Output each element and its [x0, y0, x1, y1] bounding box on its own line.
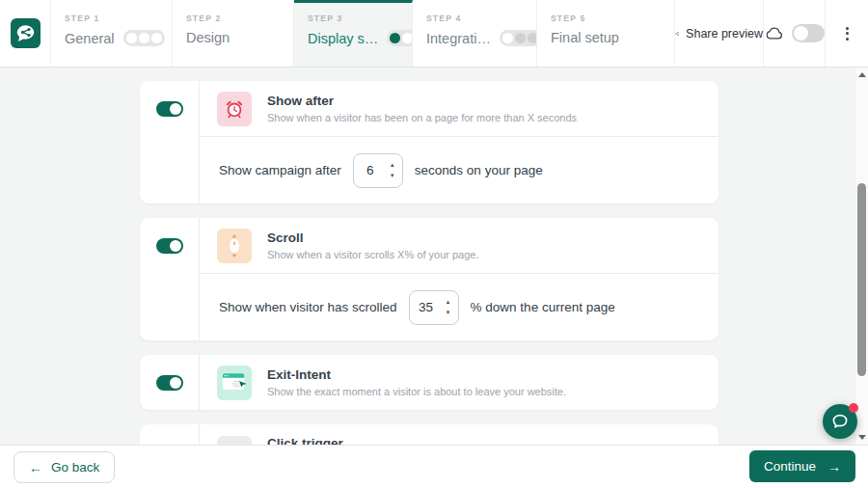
- app-logo[interactable]: [0, 0, 51, 67]
- progress-dot: [390, 33, 400, 43]
- toggle-column: [140, 424, 200, 445]
- setting-prefix: Show when visitor has scrolled: [219, 300, 397, 314]
- wizard-footer: ← Go back Continue →: [0, 445, 868, 488]
- getsitecontrol-logo-icon: [11, 18, 41, 48]
- chat-bubble-icon: [829, 411, 851, 432]
- tab-name: Design: [186, 30, 230, 45]
- display-settings-panel: Show after Show when a visitor has been …: [0, 68, 868, 445]
- trigger-title: Exit-Intent: [267, 367, 566, 382]
- campaign-editor-window: STEP 1 General STEP 2 Design STEP 3 Disp…: [0, 0, 868, 488]
- continue-label: Continue: [764, 459, 816, 474]
- step-progress: [123, 30, 165, 46]
- cloud-sync-section: [764, 0, 826, 67]
- trigger-description: Show when a visitor scrolls X% of your p…: [267, 249, 479, 260]
- tab-name: Display s…: [308, 31, 378, 46]
- wizard-header: STEP 1 General STEP 2 Design STEP 3 Disp…: [0, 0, 868, 68]
- step-number-label: STEP 5: [551, 14, 674, 23]
- cloud-icon: [765, 26, 784, 41]
- progress-dot: [515, 33, 526, 43]
- toggle-knob: [170, 240, 181, 252]
- toggle-knob: [170, 377, 181, 389]
- toggle-knob: [794, 26, 808, 41]
- share-nodes-icon: [675, 26, 679, 41]
- tab-step-3-display-settings[interactable]: STEP 3 Display s…: [294, 0, 413, 67]
- progress-dot: [139, 33, 149, 43]
- step-progress: [500, 30, 537, 46]
- step-progress: [387, 30, 413, 46]
- tab-step-2-design[interactable]: STEP 2 Design: [173, 0, 294, 67]
- step-number-label: STEP 4: [426, 14, 536, 23]
- go-back-button[interactable]: ← Go back: [14, 451, 115, 483]
- share-preview-button[interactable]: Share preview: [675, 0, 764, 67]
- scrollbar-down-arrow[interactable]: [858, 435, 866, 440]
- back-arrow-icon: ←: [29, 461, 42, 474]
- mouse-scroll-icon: [217, 229, 252, 263]
- setting-suffix: % down the current page: [471, 300, 615, 314]
- tab-name: Integrati…: [426, 31, 491, 46]
- trigger-card-click: Click trigger: [140, 424, 719, 445]
- setting-prefix: Show campaign after: [219, 163, 341, 177]
- scroll-percent-input[interactable]: 35 ▲ ▼: [409, 290, 459, 325]
- seconds-value: 6: [354, 163, 387, 177]
- progress-dot: [528, 33, 537, 43]
- continue-button[interactable]: Continue →: [749, 450, 855, 482]
- cloud-toggle[interactable]: [792, 24, 825, 42]
- step-number-label: STEP 1: [65, 14, 172, 23]
- stepper-down-button[interactable]: ▼: [390, 173, 395, 178]
- setting-suffix: seconds on your page: [415, 163, 543, 177]
- alarm-clock-icon: [217, 92, 252, 126]
- tab-step-5-final-setup[interactable]: STEP 5 Final setup: [537, 0, 675, 67]
- forward-arrow-icon: →: [827, 460, 841, 474]
- trigger-description: Show the exact moment a visitor is about…: [267, 386, 566, 397]
- exit-intent-icon: [217, 366, 252, 400]
- more-menu-button[interactable]: [842, 23, 853, 44]
- toggle-knob: [170, 103, 181, 115]
- stepper-down-button[interactable]: ▼: [446, 310, 451, 315]
- trigger-card-exit-intent: Exit-Intent Show the exact moment a visi…: [140, 355, 719, 410]
- step-number-label: STEP 3: [308, 14, 412, 23]
- stepper-up-button[interactable]: ▲: [390, 162, 395, 168]
- step-number-label: STEP 2: [186, 14, 293, 23]
- trigger-card-show-after: Show after Show when a visitor has been …: [140, 81, 719, 203]
- trigger-card-scroll: Scroll Show when a visitor scrolls X% of…: [140, 218, 719, 340]
- trigger-description: Show when a visitor has been on a page f…: [267, 112, 577, 123]
- trigger-title: Scroll: [267, 230, 479, 245]
- tab-name: General: [65, 31, 115, 46]
- trigger-title: Click trigger: [267, 436, 343, 445]
- progress-dot: [402, 33, 413, 43]
- scrollbar-up-arrow[interactable]: [858, 72, 866, 77]
- progress-dot: [126, 33, 137, 43]
- share-preview-label: Share preview: [686, 27, 763, 41]
- go-back-label: Go back: [51, 460, 99, 474]
- more-menu-section: [826, 0, 868, 67]
- exit-intent-toggle[interactable]: [156, 375, 183, 391]
- notification-dot: [849, 403, 858, 413]
- toggle-column: [140, 218, 200, 340]
- scroll-percent-value: 35: [410, 300, 443, 314]
- seconds-input[interactable]: 6 ▲ ▼: [353, 153, 403, 188]
- tab-step-4-integrations[interactable]: STEP 4 Integrati…: [413, 0, 537, 67]
- scrollbar[interactable]: [854, 68, 868, 445]
- tab-step-1-general[interactable]: STEP 1 General: [51, 0, 173, 67]
- chat-widget-button[interactable]: [823, 404, 857, 439]
- click-trigger-icon: [217, 436, 252, 445]
- toggle-column: [140, 81, 200, 203]
- trigger-title: Show after: [267, 94, 577, 108]
- progress-dot: [502, 33, 513, 43]
- toggle-column: [140, 355, 200, 410]
- show-after-toggle[interactable]: [156, 101, 183, 117]
- progress-dot: [151, 33, 162, 43]
- stepper-up-button[interactable]: ▲: [446, 299, 451, 305]
- scroll-toggle[interactable]: [156, 238, 183, 254]
- scrollbar-thumb[interactable]: [857, 183, 866, 376]
- tab-name: Final setup: [551, 30, 619, 45]
